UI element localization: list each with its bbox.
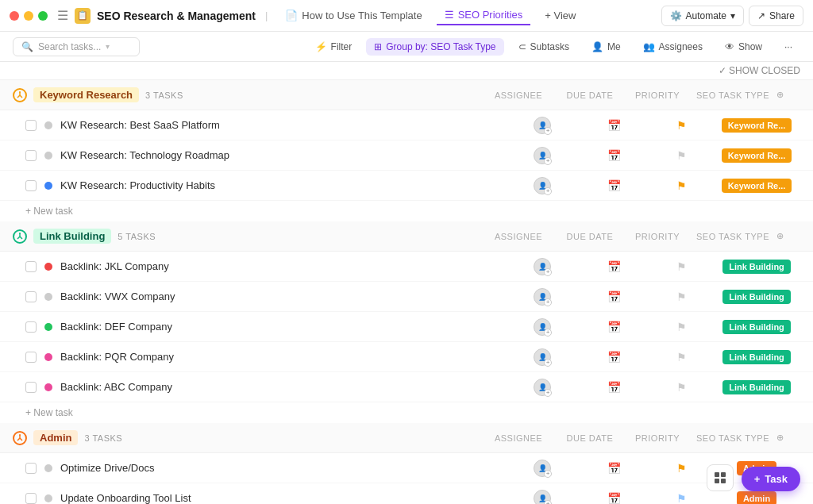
add-assignee-icon[interactable]: + [544,127,552,135]
task-row[interactable]: Optimize Drive/Docs 👤+ 📅 ⚑ Admin [0,453,813,483]
task-checkbox[interactable] [25,291,37,302]
avatar[interactable]: 👤+ [534,460,551,477]
task-row[interactable]: KW Research: Best SaaS Platform 👤 + 📅 ⚑ … [0,110,813,140]
add-col-button-1[interactable]: ⊕ [776,90,800,100]
task-type-badge[interactable]: Keyword Re... [713,118,800,133]
show-closed-button[interactable]: ✓ SHOW CLOSED [0,62,813,80]
avatar[interactable]: 👤+ [534,490,551,505]
task-type-badge[interactable]: Link Building [713,350,800,364]
task-type-badge[interactable]: Admin [713,491,800,505]
show-button[interactable]: 👁 Show [717,38,770,56]
add-assignee-icon[interactable]: + [544,268,552,276]
add-assignee-icon[interactable]: + [544,389,552,397]
task-type-badge[interactable]: Link Building [713,380,800,394]
add-assignee-icon[interactable]: + [544,359,552,367]
avatar[interactable]: 👤+ [534,348,551,366]
task-assignee[interactable]: 👤+ [507,490,578,505]
filter-button[interactable]: ⚡ Filter [307,38,360,56]
avatar[interactable]: 👤 + [534,177,551,194]
share-button[interactable]: ↗ Share [749,6,803,26]
avatar[interactable]: 👤 + [534,147,551,164]
task-priority[interactable]: ⚑ [649,321,713,333]
automate-button[interactable]: ⚙️ Automate ▾ [661,6,744,26]
search-box[interactable]: 🔍 Search tasks... ▾ [13,37,140,56]
task-due-date[interactable]: 📅 [578,290,649,303]
avatar[interactable]: 👤 + [534,117,551,134]
task-checkbox[interactable] [25,180,37,191]
task-row[interactable]: KW Research: Technology Roadmap 👤 + 📅 ⚑ … [0,140,813,171]
add-assignee-icon[interactable]: + [544,500,552,505]
add-col-button-2[interactable]: ⊕ [776,231,800,241]
task-checkbox[interactable] [25,150,37,161]
new-task-link-building[interactable]: + New task [0,402,813,423]
task-checkbox[interactable] [25,120,37,131]
task-assignee[interactable]: 👤 + [507,177,578,194]
task-priority[interactable]: ⚑ [649,492,713,505]
task-row[interactable]: Backlink: PQR Company 👤+ 📅 ⚑ Link Buildi… [0,342,813,372]
assignees-button[interactable]: 👥 Assignees [635,38,711,56]
task-assignee[interactable]: 👤+ [507,348,578,366]
task-assignee[interactable]: 👤+ [507,258,578,275]
add-assignee-icon[interactable]: + [544,329,552,337]
avatar[interactable]: 👤+ [534,288,551,306]
new-task-keyword[interactable]: + New task [0,201,813,221]
task-checkbox[interactable] [25,382,37,393]
add-assignee-icon[interactable]: + [544,470,552,478]
add-view-button[interactable]: + View [537,6,584,25]
task-row[interactable]: Update Onboarding Tool List 👤+ 📅 ⚑ Admin [0,483,813,504]
task-assignee[interactable]: 👤 + [507,147,578,164]
me-button[interactable]: 👤 Me [584,38,629,56]
create-task-fab[interactable]: + Task [742,467,800,491]
task-priority[interactable]: ⚑ [649,179,713,192]
avatar[interactable]: 👤+ [534,379,551,396]
task-assignee[interactable]: 👤+ [507,318,578,336]
task-checkbox[interactable] [25,261,37,272]
task-row[interactable]: Backlink: ABC Company 👤+ 📅 ⚑ Link Buildi… [0,372,813,402]
task-due-date[interactable]: 📅 [578,381,649,394]
task-checkbox[interactable] [25,493,37,504]
task-checkbox[interactable] [25,352,37,363]
task-due-date[interactable]: 📅 [578,321,649,333]
task-priority[interactable]: ⚑ [649,260,713,273]
task-row[interactable]: Backlink: VWX Company 👤+ 📅 ⚑ Link Buildi… [0,282,813,312]
task-assignee[interactable]: 👤+ [507,379,578,396]
avatar[interactable]: 👤+ [534,318,551,336]
task-checkbox[interactable] [25,321,37,333]
add-assignee-icon[interactable]: + [544,157,552,165]
maximize-window-button[interactable] [38,11,48,21]
menu-icon[interactable]: ☰ [57,8,68,23]
task-type-badge[interactable]: Link Building [713,260,800,274]
task-due-date[interactable]: 📅 [578,119,649,132]
task-type-badge[interactable]: Keyword Re... [713,179,800,193]
task-type-badge[interactable]: Keyword Re... [713,148,800,163]
task-due-date[interactable]: 📅 [578,351,649,364]
task-type-badge[interactable]: Link Building [713,320,800,334]
task-priority[interactable]: ⚑ [649,381,713,394]
task-priority[interactable]: ⚑ [649,351,713,364]
avatar[interactable]: 👤+ [534,258,551,275]
add-assignee-icon[interactable]: + [544,187,552,195]
task-due-date[interactable]: 📅 [578,260,649,273]
task-priority[interactable]: ⚑ [649,119,713,132]
group-by-button[interactable]: ⊞ Group by: SEO Task Type [366,38,503,56]
close-window-button[interactable] [10,11,19,21]
task-row[interactable]: Backlink: JKL Company 👤+ 📅 ⚑ Link Buildi… [0,252,813,282]
tab-template[interactable]: 📄 How to Use This Template [277,6,430,25]
task-due-date[interactable]: 📅 [578,179,649,192]
task-due-date[interactable]: 📅 [578,462,649,475]
task-assignee[interactable]: 👤+ [507,288,578,306]
task-assignee[interactable]: 👤 + [507,117,578,134]
task-assignee[interactable]: 👤+ [507,460,578,477]
task-due-date[interactable]: 📅 [578,149,649,162]
add-assignee-icon[interactable]: + [544,298,552,306]
subtasks-button[interactable]: ⊂ Subtasks [511,38,577,56]
task-priority[interactable]: ⚑ [649,290,713,303]
task-priority[interactable]: ⚑ [649,462,713,475]
tab-seo-priorities[interactable]: ☰ SEO Priorities [437,6,531,25]
task-type-badge[interactable]: Link Building [713,290,800,304]
task-row[interactable]: KW Research: Productivity Habits 👤 + 📅 ⚑… [0,171,813,201]
add-col-button-3[interactable]: ⊕ [776,433,800,443]
more-button[interactable]: ··· [776,38,800,56]
grid-view-button[interactable] [707,464,734,491]
task-priority[interactable]: ⚑ [649,149,713,162]
